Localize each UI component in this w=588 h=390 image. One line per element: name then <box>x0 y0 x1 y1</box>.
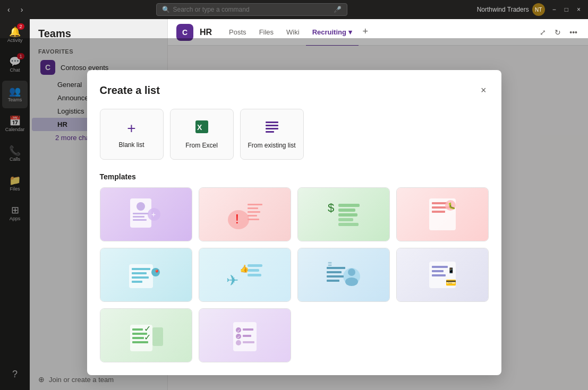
svg-text:📱: 📱 <box>448 267 455 274</box>
template-card-event-itinerary[interactable]: 📍 Event itinerary <box>100 248 192 302</box>
window-controls: − □ × <box>549 5 584 14</box>
svg-rect-34 <box>132 272 147 274</box>
channel-name: HR <box>200 28 212 37</box>
template-name-team-contacts: Team contacts <box>298 301 389 302</box>
dialog-close-button[interactable]: × <box>479 83 489 98</box>
svg-rect-16 <box>248 207 258 209</box>
close-button[interactable]: × <box>574 5 584 14</box>
template-card-issue-tracker[interactable]: 🐛 Issue tracker <box>396 187 489 241</box>
search-input[interactable] <box>173 6 330 13</box>
template-card-team-contacts[interactable]: ☰ Team contacts <box>297 248 390 302</box>
activity-badge: 2 <box>17 23 24 30</box>
template-name-onboarding: Onboarding checklist <box>199 362 291 362</box>
svg-text:🐛: 🐛 <box>448 202 456 210</box>
template-card-loans[interactable]: $ Loans <box>297 187 390 241</box>
microphone-icon: 🎤 <box>334 6 342 13</box>
svg-rect-17 <box>248 211 260 213</box>
svg-rect-3 <box>266 125 278 126</box>
template-name-issue-tracker: Issue tracker <box>397 241 488 241</box>
svg-rect-42 <box>248 274 261 276</box>
svg-rect-18 <box>248 215 257 216</box>
template-name-patients: Patients <box>100 241 192 241</box>
refresh-icon[interactable]: ↻ <box>552 26 563 39</box>
user-name: Northwind Traders <box>477 6 529 13</box>
svg-rect-59 <box>132 328 143 331</box>
svg-rect-2 <box>266 122 278 123</box>
template-name-business-approvals: Business trip approvals <box>199 301 291 302</box>
titlebar: ‹ › 🔍 🎤 Northwind Traders NT − □ × <box>0 0 588 19</box>
template-thumb-team-contacts: ☰ <box>298 248 389 301</box>
template-name-asset-tracker: Asset tracker <box>397 301 488 302</box>
svg-rect-49 <box>327 275 344 278</box>
template-thumb-issue-tracker: 🐛 <box>397 188 488 241</box>
search-icon: 🔍 <box>162 6 170 13</box>
svg-rect-61 <box>132 337 144 339</box>
blank-list-icon: + <box>127 120 135 137</box>
template-card-onboarding[interactable]: ✓ ✓ Onboarding checklist <box>199 308 291 362</box>
sidebar-title: Teams <box>38 28 71 39</box>
svg-text:✈: ✈ <box>226 272 238 289</box>
svg-rect-5 <box>266 131 274 133</box>
svg-rect-22 <box>338 209 355 212</box>
minimize-button[interactable]: − <box>549 5 559 14</box>
forward-button[interactable]: › <box>18 4 27 15</box>
template-thumb-loans: $ <box>298 188 389 241</box>
svg-rect-48 <box>327 271 342 273</box>
dialog-title: Create a list <box>100 84 160 97</box>
svg-point-7 <box>137 202 145 211</box>
template-thumb-event-itinerary: 📍 <box>100 248 192 301</box>
templates-label: Templates <box>100 172 489 181</box>
back-button[interactable]: ‹ <box>4 4 13 15</box>
template-name-incidents: Incidents <box>199 241 291 241</box>
template-card-business-approvals[interactable]: ✈ 👍 Business trip approvals <box>199 248 291 302</box>
template-thumb-business-approvals: ✈ 👍 <box>199 248 291 301</box>
blank-list-label: Blank list <box>118 141 144 149</box>
create-option-excel[interactable]: X From Excel <box>170 109 234 160</box>
svg-rect-70 <box>243 335 251 337</box>
svg-text:+: + <box>151 210 156 219</box>
create-list-dialog: Create a list × + Blank list X From <box>87 70 501 375</box>
svg-rect-72 <box>243 341 254 343</box>
svg-rect-41 <box>248 269 259 272</box>
dialog-header: Create a list × <box>100 83 489 98</box>
svg-rect-9 <box>133 216 144 218</box>
svg-rect-25 <box>338 223 359 226</box>
svg-point-71 <box>236 340 241 345</box>
avatar[interactable]: NT <box>532 3 545 16</box>
svg-rect-23 <box>338 213 357 216</box>
create-option-existing[interactable]: From existing list <box>240 109 304 160</box>
from-excel-label: From Excel <box>185 142 218 149</box>
svg-rect-65 <box>152 327 163 346</box>
search-bar: 🔍 🎤 <box>156 3 347 16</box>
svg-rect-29 <box>432 211 445 213</box>
template-card-patients[interactable]: + Patients <box>100 187 192 241</box>
template-card-project-planning[interactable]: ✓ ✓ Project planning <box>100 308 192 362</box>
expand-icon[interactable]: ⤢ <box>538 26 548 39</box>
template-thumb-project-planning: ✓ ✓ <box>100 309 192 362</box>
more-options-icon[interactable]: ••• <box>567 26 580 39</box>
svg-rect-4 <box>266 128 278 129</box>
maximize-button[interactable]: □ <box>561 5 572 14</box>
svg-rect-8 <box>133 213 149 214</box>
app-body: 🔔 Activity 2 💬 Chat 1 👥 Teams 📅 Calendar… <box>0 19 588 390</box>
template-thumb-patients: + <box>100 188 192 241</box>
template-name-event-itinerary: Event itinerary <box>100 301 192 302</box>
template-thumb-onboarding: ✓ ✓ <box>199 309 291 362</box>
templates-grid: + Patients ! <box>100 187 489 362</box>
svg-text:✓: ✓ <box>144 333 151 342</box>
svg-rect-40 <box>248 264 262 267</box>
svg-rect-68 <box>243 328 253 331</box>
template-thumb-incidents: ! <box>199 188 291 241</box>
svg-text:X: X <box>197 123 202 132</box>
template-card-asset-tracker[interactable]: 💳 📱 Asset tracker <box>396 248 489 302</box>
from-existing-label: From existing list <box>248 142 295 149</box>
svg-rect-33 <box>132 268 150 270</box>
svg-rect-47 <box>327 267 345 269</box>
create-option-blank[interactable]: + Blank list <box>100 109 164 160</box>
svg-rect-36 <box>132 281 142 283</box>
svg-text:☰: ☰ <box>328 262 332 267</box>
titlebar-right: Northwind Traders NT − □ × <box>477 3 584 16</box>
template-card-incidents[interactable]: ! Incidents <box>199 187 291 241</box>
svg-text:💳: 💳 <box>446 278 456 288</box>
svg-rect-15 <box>248 204 262 205</box>
